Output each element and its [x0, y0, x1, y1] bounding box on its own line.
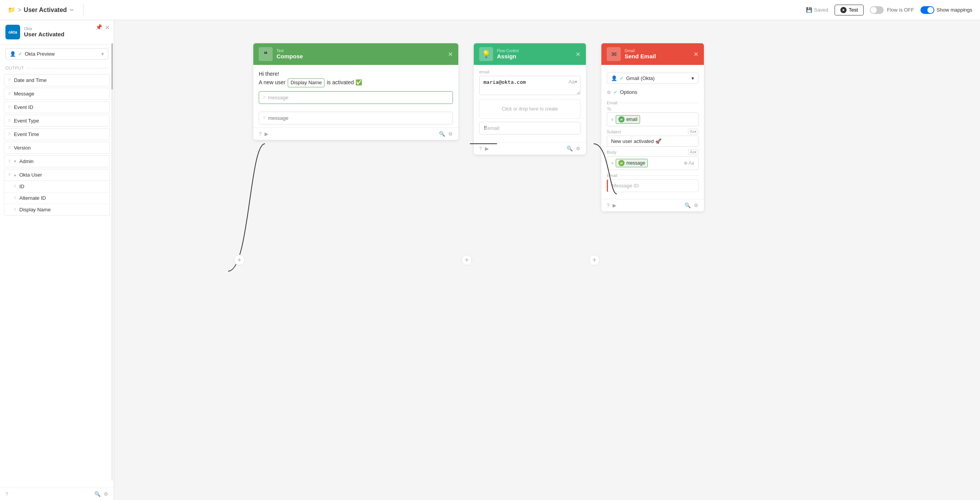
assign-title-label: Assign	[497, 53, 572, 60]
saved-button: 💾 Saved	[806, 7, 828, 13]
pill-icon: ⇌	[618, 116, 625, 122]
compose-output-label: message	[268, 95, 449, 100]
gmail-card-info: Gmail Send Email	[625, 49, 690, 60]
assign-card-header: 💡 Flow Control Assign ✕	[474, 43, 586, 65]
gmail-type-icon: ✉	[607, 47, 621, 61]
search-icon[interactable]: 🔍	[439, 131, 445, 137]
play-icon[interactable]: ▶	[265, 131, 268, 137]
drag-handle-icon: ⠿	[14, 196, 16, 200]
output-item-event-id[interactable]: ⠿ Event ID	[4, 101, 110, 113]
expand-icon: ▴	[14, 172, 16, 177]
drag-handle-icon: ⠿	[8, 78, 11, 82]
event-card-title: User Activated	[24, 31, 108, 37]
group-item-alternate-id[interactable]: ⠿ Alternate ID	[4, 192, 109, 204]
drag-handle-icon: ⠿	[483, 125, 487, 131]
plus-button-3[interactable]: +	[589, 255, 600, 265]
output-item-message[interactable]: ⠿ Message	[4, 88, 110, 100]
output-item-event-time[interactable]: ⠿ Event Time	[4, 128, 110, 140]
event-card-close-icon[interactable]: ✕	[105, 24, 110, 31]
pin-icon[interactable]: 📌	[96, 24, 102, 30]
search-icon[interactable]: 🔍	[567, 146, 573, 151]
play-icon[interactable]: ▶	[485, 146, 489, 151]
aa-badge-body: Aa▾	[688, 149, 698, 155]
main-area: okta Okta User Activated 📌 ✕ 👤 ✓ Okta Pr…	[0, 20, 980, 500]
gmail-card-actions: ? ▶ 🔍 ⚙	[601, 199, 704, 211]
assign-email-input[interactable]: maria@okta.com	[479, 76, 580, 95]
help-icon[interactable]: ?	[479, 146, 482, 151]
compose-card-info: Text Compose	[277, 49, 444, 60]
show-mappings-knob	[927, 7, 934, 13]
okta-user-items: ⠿ ID ⠿ Alternate ID ⠿ Display Name	[4, 181, 110, 216]
topbar-divider	[83, 4, 84, 16]
help-icon[interactable]: ?	[5, 491, 8, 497]
compose-input-field[interactable]: ⠿	[259, 112, 453, 124]
gmail-brand-label: Gmail	[625, 49, 690, 53]
search-icon[interactable]: 🔍	[685, 202, 691, 208]
gmail-card: ✉ Gmail Send Email ✕ 👤 ✓ Gmail (Okta) ▾ …	[601, 43, 704, 211]
gmail-title-label: Send Email	[625, 53, 690, 60]
aa-badge: Aa▾	[688, 129, 698, 134]
gear-icon[interactable]: ⚙	[448, 131, 453, 137]
group-item-display-name[interactable]: ⠿ Display Name	[4, 204, 109, 215]
flow-toggle[interactable]: Flow is OFF	[870, 6, 914, 14]
okta-logo: okta	[5, 25, 20, 39]
check-icon: ✓	[620, 75, 624, 81]
test-button[interactable]: Test	[835, 5, 864, 15]
breadcrumb-edit-icon[interactable]: ✏	[70, 7, 74, 13]
assign-output-field[interactable]: ⠿ email	[479, 122, 580, 134]
event-card: okta Okta User Activated 📌 ✕ 👤 ✓ Okta Pr…	[0, 20, 114, 500]
gmail-close-icon[interactable]: ✕	[693, 51, 698, 58]
to-field[interactable]: ≡ ⇌ email	[607, 112, 698, 126]
dropdown-indicator-icon: Aa▾	[569, 79, 577, 85]
to-email-pill[interactable]: ⇌ email	[616, 115, 640, 124]
output-label: Output	[0, 63, 114, 73]
folder-icon: 📁	[8, 6, 15, 14]
gmail-account-dropdown[interactable]: 👤 ✓ Gmail (Okta) ▾	[607, 73, 698, 84]
email-section-1-label: Email	[607, 100, 698, 105]
assign-card-info: Flow Control Assign	[497, 49, 572, 60]
options-icon: ⚙	[607, 90, 611, 95]
compose-close-icon[interactable]: ✕	[448, 51, 453, 58]
preview-dropdown[interactable]: 👤 ✓ Okta Preview ▾	[5, 48, 108, 60]
output-item-version[interactable]: ⠿ Version	[4, 142, 110, 154]
compose-title-label: Compose	[277, 53, 444, 60]
plus-button-2[interactable]: +	[461, 255, 472, 265]
assign-close-icon[interactable]: ✕	[575, 51, 580, 58]
subject-field[interactable]: New user activated 🚀	[607, 136, 698, 147]
output-item-admin[interactable]: ⠿ ▾ Admin	[4, 155, 110, 167]
help-icon[interactable]: ?	[259, 131, 261, 137]
search-icon[interactable]: 🔍	[94, 491, 101, 497]
display-name-pill[interactable]: Display Name	[288, 78, 324, 87]
output-item-date-time[interactable]: ⠿ Date and Time	[4, 74, 110, 86]
drag-handle-icon: ⠿	[8, 173, 11, 177]
assign-card: 💡 Flow Control Assign ✕ email maria@okta…	[474, 43, 586, 155]
plus-button-1[interactable]: +	[234, 255, 245, 265]
flow-toggle-switch[interactable]	[870, 6, 884, 14]
drag-handle-icon: ⠿	[14, 184, 16, 189]
play-icon[interactable]: ▶	[613, 202, 616, 208]
gear-icon[interactable]: ⚙	[694, 202, 698, 208]
body-field[interactable]: ≡ ⇌ message ⊗ Aa	[607, 156, 698, 170]
options-label: Options	[620, 89, 637, 95]
compose-output-field[interactable]: ⠿ message	[259, 91, 453, 104]
show-mappings-switch[interactable]	[920, 6, 934, 14]
to-label: To	[607, 107, 698, 111]
help-icon[interactable]: ?	[607, 202, 610, 208]
assign-type-icon: 💡	[479, 47, 493, 61]
gear-icon[interactable]: ⚙	[104, 491, 108, 497]
scrollbar-thumb[interactable]	[111, 43, 113, 90]
options-dropdown[interactable]: ⚙ ✓ Options	[607, 87, 698, 97]
okta-user-group-header[interactable]: ⠿ ▴ Okta User	[4, 169, 110, 181]
assign-drop-area[interactable]: Click or drop here to create	[479, 99, 580, 119]
assign-card-actions: ? ▶ 🔍 ⚙	[474, 142, 586, 155]
body-message-pill[interactable]: ⇌ message	[616, 159, 648, 167]
output-item-event-type[interactable]: ⠿ Event Type	[4, 115, 110, 127]
message-id-field[interactable]: Message ID	[607, 179, 698, 192]
group-item-id[interactable]: ⠿ ID	[4, 181, 109, 192]
compose-message-input[interactable]	[268, 115, 449, 121]
user-icon: 👤	[611, 75, 617, 81]
list-icon: ≡	[611, 161, 613, 165]
list-icon: ≡	[611, 117, 613, 122]
show-mappings-toggle[interactable]: Show mappings	[920, 6, 973, 14]
gear-icon[interactable]: ⚙	[576, 146, 580, 151]
